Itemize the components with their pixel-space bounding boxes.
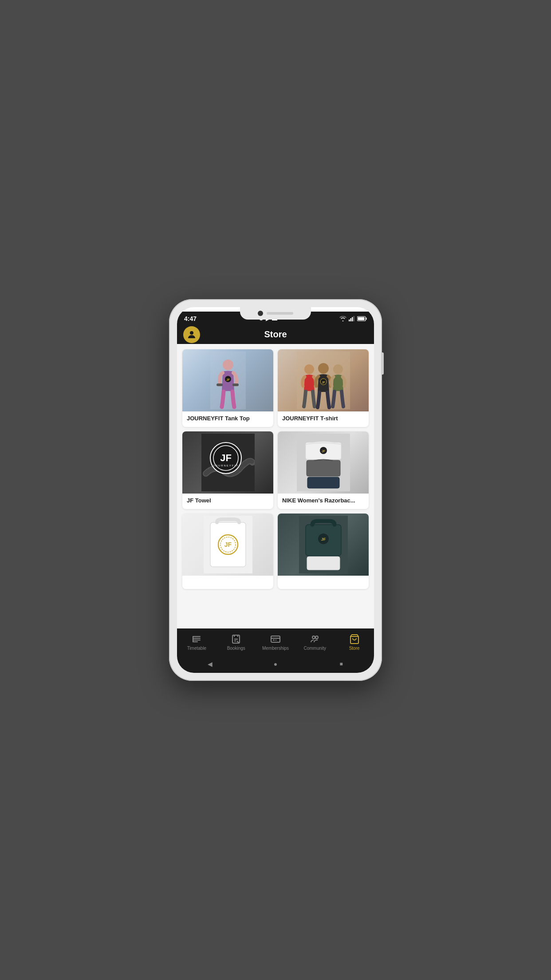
product-name-5 [182, 576, 273, 589]
svg-text:JF: JF [321, 381, 325, 384]
phone-notch [240, 307, 311, 320]
back-button[interactable]: ◀ [205, 660, 214, 668]
person-icon [186, 329, 197, 340]
product-card-2[interactable]: JF JOURNEYFIT T-shirt [278, 349, 369, 427]
product-image-2: JF [278, 349, 369, 411]
product-name-2: JOURNEYFIT T-shirt [278, 411, 369, 427]
recent-icon: ■ [339, 661, 342, 667]
product-image-6: JF [278, 514, 369, 576]
home-icon: ● [274, 660, 277, 668]
nav-memberships[interactable]: Memberships [256, 632, 295, 652]
product-card-3[interactable]: JF JOURNEYFIT JF Towel [182, 431, 273, 509]
svg-rect-10 [216, 383, 223, 386]
phone-device: 4:47 ⚙ ▶ ▬ [169, 299, 382, 681]
product-image-1: JF [182, 349, 273, 411]
nav-bookings[interactable]: Bookings [216, 632, 256, 652]
product-image-4: JF [278, 431, 369, 494]
svg-rect-3 [354, 316, 355, 321]
signal-icon [349, 316, 355, 321]
bookings-icon [231, 634, 241, 644]
battery-icon [357, 316, 367, 321]
nav-store[interactable]: Store [335, 632, 374, 652]
svg-text:JF: JF [226, 378, 230, 381]
product-card-1[interactable]: JF JOURNEYFIT Tank Top [182, 349, 273, 427]
android-nav-bar: ◀ ● ■ [177, 655, 374, 673]
svg-rect-6 [358, 317, 365, 320]
nav-memberships-label: Memberships [262, 646, 289, 651]
product-card-5[interactable]: JF [182, 514, 273, 589]
community-icon [310, 634, 320, 644]
product-card-4[interactable]: JF NIKE Women's Razorbac... [278, 431, 369, 509]
store-icon [349, 634, 360, 644]
wifi-icon [339, 316, 346, 321]
products-grid: JF JOURNEYFIT Tank Top [182, 349, 369, 589]
phone-screen: 4:47 ⚙ ▶ ▬ [177, 307, 374, 673]
volume-button [382, 352, 384, 375]
svg-rect-1 [350, 318, 352, 321]
product-image-3: JF JOURNEYFIT [182, 431, 273, 494]
svg-point-56 [312, 636, 315, 639]
bottom-nav: Timetable Bookings [177, 628, 374, 655]
svg-point-15 [304, 364, 314, 374]
svg-rect-38 [307, 557, 340, 570]
svg-text:JOURNEYFIT: JOURNEYFIT [213, 464, 239, 467]
timetable-icon [191, 634, 202, 644]
status-left: 4:47 [184, 315, 197, 322]
svg-text:JF: JF [321, 537, 326, 541]
svg-point-16 [318, 363, 329, 374]
status-right [339, 316, 367, 321]
status-time: 4:47 [184, 315, 197, 322]
svg-rect-29 [307, 460, 340, 476]
dark-vest-illustration: JF [299, 516, 348, 573]
svg-point-19 [333, 364, 343, 374]
store-content[interactable]: JF JOURNEYFIT Tank Top [177, 344, 374, 628]
page-title: Store [264, 329, 287, 340]
svg-rect-11 [232, 383, 239, 386]
svg-rect-30 [307, 477, 339, 488]
product-card-6[interactable]: JF [278, 514, 369, 589]
svg-rect-5 [366, 318, 367, 320]
product-image-5: JF [182, 514, 273, 576]
user-avatar[interactable] [183, 326, 200, 343]
home-button[interactable]: ● [271, 660, 280, 668]
product-name-1: JOURNEYFIT Tank Top [182, 411, 273, 427]
nike-shirt-illustration: JF [297, 434, 350, 491]
memberships-icon [270, 634, 281, 644]
speaker [267, 312, 293, 315]
nav-timetable[interactable]: Timetable [177, 632, 216, 652]
nav-timetable-label: Timetable [187, 646, 207, 651]
white-tank-illustration: JF [204, 516, 252, 573]
svg-text:JF: JF [224, 541, 232, 548]
svg-rect-2 [352, 317, 353, 322]
jf-towel-illustration: JF JOURNEYFIT [201, 434, 255, 491]
person-gym-illustration: JF [210, 352, 246, 409]
front-camera [258, 311, 263, 316]
svg-rect-52 [271, 636, 280, 642]
app-header: Store [177, 325, 374, 344]
recent-button[interactable]: ■ [337, 660, 346, 668]
svg-point-9 [223, 360, 233, 370]
svg-rect-0 [349, 320, 350, 321]
nav-store-label: Store [349, 646, 360, 651]
svg-text:JF: JF [321, 450, 325, 453]
group-people-illustration: JF [297, 352, 350, 409]
product-name-4: NIKE Women's Razorbac... [278, 494, 369, 509]
nav-community-label: Community [304, 646, 327, 651]
svg-text:JF: JF [220, 452, 232, 463]
product-name-6 [278, 576, 369, 589]
svg-point-7 [190, 331, 193, 335]
nav-community[interactable]: Community [295, 632, 335, 652]
product-name-3: JF Towel [182, 494, 273, 509]
svg-point-57 [315, 636, 318, 639]
back-icon: ◀ [208, 660, 213, 668]
nav-bookings-label: Bookings [227, 646, 245, 651]
